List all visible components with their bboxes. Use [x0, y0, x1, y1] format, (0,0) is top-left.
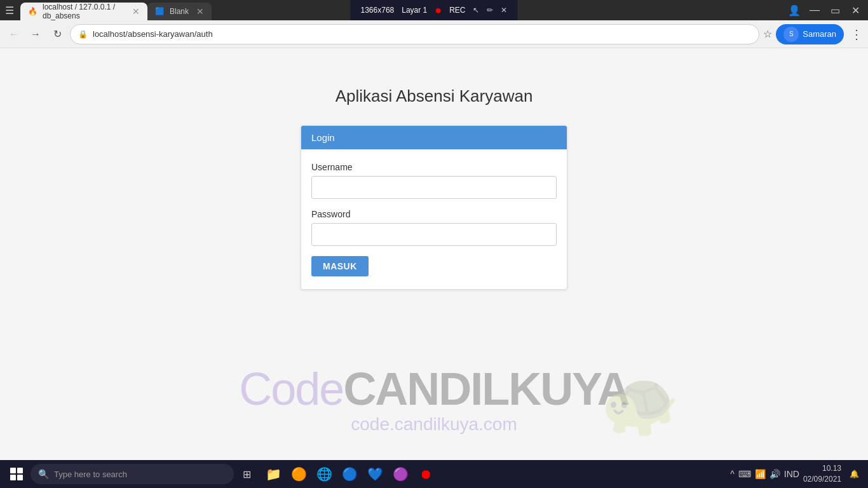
address-bar[interactable]: 🔒 localhost/absensi-karyawan/auth	[70, 24, 759, 44]
reload-button[interactable]: ↻	[48, 25, 66, 43]
taskbar-app-explorer[interactable]: 📁	[262, 463, 285, 485]
watermark-code: Code	[239, 363, 343, 414]
taskbar-app-chromium[interactable]: 🔵	[338, 463, 361, 485]
taskbar-app-chrome[interactable]: 🌐	[313, 463, 336, 485]
browser-tab-active[interactable]: 🔥 localhost / 127.0.0.1 / db_absens ✕	[20, 3, 147, 20]
taskbar-app-orange[interactable]: 🟠	[287, 463, 310, 485]
tab2-title: Blank	[170, 7, 189, 16]
tray-icons: ^ ⌨ 📶 🔊 IND	[730, 469, 799, 479]
tray-date: 02/09/2021	[803, 474, 841, 485]
maximize-button[interactable]: ▭	[827, 3, 843, 18]
rec-dot-icon: ●	[435, 4, 442, 17]
browser-navbar: ← → ↻ 🔒 localhost/absensi-karyawan/auth …	[0, 20, 868, 48]
password-label: Password	[311, 209, 557, 219]
submit-button[interactable]: MASUK	[311, 256, 369, 276]
taskbar: 🔍 Type here to search ⊞ 📁 🟠 🌐 🔵 💙 🟣 ⏺ ^ …	[0, 460, 868, 488]
page-title: Aplikasi Absensi Karyawan	[336, 86, 533, 106]
watermark-brand: CANDILKUYA	[343, 363, 628, 414]
recording-cursor-icon: ↖	[473, 6, 479, 15]
login-card-header: Login	[301, 126, 567, 149]
tray-wifi-icon[interactable]: 📶	[755, 469, 766, 479]
search-placeholder: Type here to search	[54, 470, 127, 479]
window-controls: 👤 — ▭ ✕	[787, 3, 863, 18]
window-profile-icon[interactable]: 👤	[787, 3, 802, 18]
windows-icon	[10, 468, 23, 480]
tray-time: 10.13 02/09/2021	[803, 463, 841, 485]
taskbar-app-record[interactable]: ⏺	[414, 463, 437, 485]
taskbar-app-purple[interactable]: 🟣	[389, 463, 412, 485]
tab2-close-icon[interactable]: ✕	[196, 6, 204, 17]
tab-favicon: 🔥	[28, 7, 37, 16]
recording-bar: 868x488 Layar 1 ● REC ↖ ✏ ✕	[351, 0, 518, 20]
rec-label: REC	[449, 6, 465, 15]
browser-options-icon[interactable]: ⋮	[850, 27, 863, 42]
search-icon: 🔍	[38, 469, 49, 479]
address-text: localhost/absensi-karyawan/auth	[93, 29, 213, 39]
recording-resolution: 868x488	[361, 6, 395, 15]
profile-name: Samaran	[803, 29, 836, 39]
tray-chevron-icon[interactable]: ^	[730, 469, 735, 479]
avatar: S	[783, 27, 799, 42]
tray-keyboard-icon[interactable]: ⌨	[738, 469, 751, 479]
tray-volume-icon[interactable]: 🔊	[770, 469, 780, 479]
recording-pen-icon: ✏	[487, 6, 493, 15]
taskbar-app-vscode[interactable]: 💙	[363, 463, 386, 485]
profile-button[interactable]: S Samaran	[776, 24, 844, 44]
bookmark-icon[interactable]: ☆	[763, 28, 772, 40]
tab2-favicon: 🟦	[155, 7, 165, 16]
forward-button[interactable]: →	[27, 25, 44, 43]
browser-titlebar: ☰ 🔥 localhost / 127.0.0.1 / db_absens ✕ …	[0, 0, 868, 20]
watermark-url: code.candilkuya.com	[239, 414, 629, 435]
taskbar-tray: ^ ⌨ 📶 🔊 IND 10.13 02/09/2021 🔔	[730, 463, 863, 485]
watermark: CodeCANDILKUYA code.candilkuya.com 🐢	[239, 366, 629, 435]
username-group: Username	[311, 162, 557, 199]
taskbar-search-bar[interactable]: 🔍 Type here to search	[31, 464, 234, 484]
tab-title: localhost / 127.0.0.1 / db_absens	[43, 3, 125, 20]
login-card: Login Username Password MASUK	[301, 125, 567, 290]
tray-lang-label[interactable]: IND	[784, 469, 799, 479]
minimize-button[interactable]: —	[807, 3, 822, 18]
back-button[interactable]: ←	[5, 25, 23, 43]
watermark-text: CodeCANDILKUYA	[239, 366, 629, 412]
start-button[interactable]	[5, 463, 28, 485]
username-input[interactable]	[311, 176, 557, 199]
username-label: Username	[311, 162, 557, 172]
recording-layer: Layar 1	[402, 6, 427, 15]
task-view-button[interactable]: ⊞	[236, 464, 257, 484]
browser-tab-blank[interactable]: 🟦 Blank ✕	[147, 3, 212, 20]
watermark-turtle-icon: 🐢	[600, 366, 680, 441]
tray-clock: 10.13	[803, 463, 841, 474]
password-group: Password	[311, 209, 557, 246]
browser-menu-icon[interactable]: ☰	[5, 4, 14, 17]
login-card-body: Username Password MASUK	[301, 149, 567, 289]
login-header-label: Login	[311, 132, 335, 143]
page-content: Aplikasi Absensi Karyawan Login Username…	[0, 48, 868, 460]
lock-icon: 🔒	[78, 30, 88, 39]
taskbar-apps: 📁 🟠 🌐 🔵 💙 🟣 ⏺	[262, 463, 437, 485]
password-input[interactable]	[311, 223, 557, 246]
close-button[interactable]: ✕	[848, 3, 863, 18]
recording-close-icon[interactable]: ✕	[501, 6, 507, 15]
notification-button[interactable]: 🔔	[845, 465, 863, 483]
tab-close-icon[interactable]: ✕	[132, 6, 140, 17]
